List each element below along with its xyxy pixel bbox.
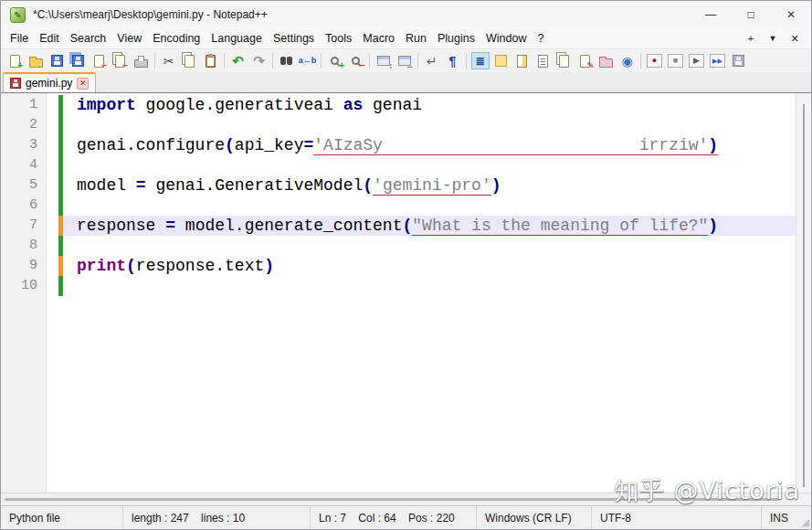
sync-scroll-vertical-icon[interactable]: ↕ xyxy=(373,50,394,72)
run-macro-multiple-times-icon[interactable]: ▶▶ xyxy=(707,50,728,72)
tab-gemini-py[interactable]: gemini.py ✕ xyxy=(3,72,96,92)
find-icon[interactable] xyxy=(276,50,297,72)
menu-plugins[interactable]: Plugins xyxy=(432,30,480,47)
menu-file[interactable]: File xyxy=(5,30,34,47)
undo-icon[interactable]: ↶ xyxy=(227,50,248,72)
code-text[interactable] xyxy=(63,155,796,175)
menu-encoding[interactable]: Encoding xyxy=(147,30,206,47)
menu-edit[interactable]: Edit xyxy=(34,30,65,47)
menu-run[interactable]: Run xyxy=(400,30,432,47)
gutter-gap xyxy=(47,196,58,216)
document-map-icon[interactable] xyxy=(511,50,533,72)
toolbar-separator xyxy=(321,53,322,69)
redo-icon[interactable]: ↷ xyxy=(248,50,269,72)
show-indent-guide-icon[interactable] xyxy=(469,50,490,72)
word-wrap-icon[interactable]: ↵ xyxy=(421,50,442,72)
record-macro-icon[interactable]: ● xyxy=(644,50,665,72)
vertical-scrollbar-thumb[interactable] xyxy=(803,104,805,487)
code-text[interactable]: print(response.text) xyxy=(63,256,796,276)
line-number[interactable]: 9 xyxy=(1,256,47,276)
minimize-button[interactable]: — xyxy=(691,1,731,28)
code-text[interactable]: import google.generativeai as genai xyxy=(63,95,796,115)
menu-settings[interactable]: Settings xyxy=(268,30,320,47)
status-doc-type: Python file xyxy=(1,506,122,529)
cut-icon[interactable]: ✂ xyxy=(158,50,179,72)
menu-view[interactable]: View xyxy=(111,30,147,47)
resize-grip[interactable]: ◢ xyxy=(797,506,811,529)
code-text[interactable]: genai.configure(api_key='AIzaSy irrziw') xyxy=(63,135,796,155)
window-controls: — □ ✕ xyxy=(691,1,811,28)
code-text[interactable] xyxy=(63,236,796,256)
code-line-1: 1import google.generativeai as genai xyxy=(1,95,796,115)
close-all-icon[interactable] xyxy=(110,50,131,72)
code-text[interactable]: model = genai.GenerativeModel('gemini-pr… xyxy=(63,175,796,196)
code-line-4: 4 xyxy=(1,155,796,175)
new-tab-button[interactable]: + xyxy=(742,33,760,44)
code-text[interactable] xyxy=(63,115,796,135)
menu-tools[interactable]: Tools xyxy=(320,30,357,47)
zoom-in-icon[interactable]: + xyxy=(324,50,345,72)
gutter-gap xyxy=(47,95,58,115)
code-text[interactable]: response = model.generate_content("What … xyxy=(63,216,796,236)
stop-recording-icon[interactable]: ■ xyxy=(665,50,686,72)
menu-window[interactable]: Window xyxy=(480,30,532,47)
new-file-icon[interactable] xyxy=(5,50,26,72)
code-line-5: 5model = genai.GenerativeModel('gemini-p… xyxy=(1,175,796,196)
toolbar: ✂↶↷a↔b+−↕↔↵¶✎◉●■▶▶▶ xyxy=(1,48,811,72)
monitoring-eye-icon[interactable]: ◉ xyxy=(617,50,638,72)
line-number[interactable]: 2 xyxy=(1,115,47,135)
maximize-button[interactable]: □ xyxy=(731,1,771,28)
menu-language[interactable]: Language xyxy=(206,30,268,47)
print-icon[interactable] xyxy=(131,50,152,72)
status-eol-format: Windows (CR LF) xyxy=(476,506,591,529)
menu-help[interactable]: ? xyxy=(532,30,549,47)
code-text[interactable] xyxy=(63,276,796,296)
close-file-icon[interactable] xyxy=(89,50,110,72)
toolbar-separator xyxy=(154,53,155,69)
menu-right-buttons: + ▼ ✕ xyxy=(742,33,811,45)
user-defined-dialog-icon[interactable] xyxy=(490,50,511,72)
line-number[interactable]: 3 xyxy=(1,135,47,155)
copy-icon[interactable] xyxy=(179,50,200,72)
save-file-icon[interactable] xyxy=(47,50,68,72)
replace-icon[interactable]: a↔b xyxy=(297,50,318,72)
tab-list-button[interactable]: ▼ xyxy=(764,34,782,43)
line-number[interactable]: 10 xyxy=(1,276,47,296)
code-text[interactable] xyxy=(63,196,796,216)
save-recorded-macro-icon[interactable] xyxy=(728,50,749,72)
code-line-7: 7response = model.generate_content("What… xyxy=(1,216,796,236)
document-list-icon[interactable] xyxy=(533,50,554,72)
zoom-out-icon[interactable]: − xyxy=(345,50,366,72)
line-number[interactable]: 4 xyxy=(1,155,47,175)
unsaved-file-icon xyxy=(10,78,21,89)
gutter-gap xyxy=(47,175,58,196)
play-macro-icon[interactable]: ▶ xyxy=(686,50,707,72)
toolbar-separator xyxy=(224,53,225,69)
code-line-9: 9print(response.text) xyxy=(1,256,796,276)
editor-area[interactable]: 1import google.generativeai as genai23ge… xyxy=(1,93,811,505)
close-tab-button[interactable]: ✕ xyxy=(786,33,804,45)
menu-search[interactable]: Search xyxy=(65,30,112,47)
code-lines[interactable]: 1import google.generativeai as genai23ge… xyxy=(1,93,796,493)
vertical-scrollbar[interactable] xyxy=(796,93,811,493)
line-number[interactable]: 8 xyxy=(1,236,47,256)
close-button[interactable]: ✕ xyxy=(771,1,811,28)
line-number[interactable]: 7 xyxy=(1,216,47,236)
open-file-icon[interactable] xyxy=(26,50,47,72)
line-number[interactable]: 1 xyxy=(1,95,47,115)
paste-icon[interactable] xyxy=(200,50,221,72)
show-all-characters-icon[interactable]: ¶ xyxy=(442,50,463,72)
save-all-icon[interactable] xyxy=(68,50,89,72)
edit-popup-marker-icon[interactable]: ✎ xyxy=(575,50,596,72)
line-number[interactable]: 6 xyxy=(1,196,47,216)
code-line-3: 3genai.configure(api_key='AIzaSy irrziw'… xyxy=(1,135,796,155)
document-switcher-icon[interactable] xyxy=(554,50,575,72)
sync-scroll-horizontal-icon[interactable]: ↔ xyxy=(394,50,415,72)
status-bar: Python filelength : 247 lines : 10Ln : 7… xyxy=(1,505,811,529)
folder-as-workspace-icon[interactable] xyxy=(596,50,617,72)
menu-macro[interactable]: Macro xyxy=(357,30,400,47)
tab-close-icon[interactable]: ✕ xyxy=(77,78,89,90)
code-line-10: 10 xyxy=(1,276,796,296)
gutter-gap xyxy=(47,236,58,256)
line-number[interactable]: 5 xyxy=(1,175,47,196)
